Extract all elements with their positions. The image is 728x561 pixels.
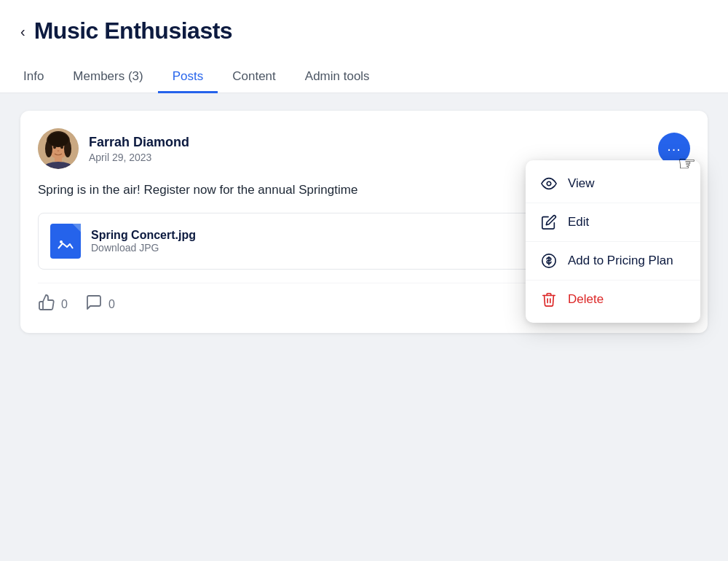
svg-point-9 bbox=[60, 146, 63, 149]
dropdown-item-delete[interactable]: Delete bbox=[526, 280, 700, 318]
main-content: Farrah Diamond April 29, 2023 ··· Spring… bbox=[0, 93, 728, 350]
tab-members[interactable]: Members (3) bbox=[58, 62, 157, 93]
avatar bbox=[38, 128, 79, 169]
svg-point-5 bbox=[48, 133, 68, 147]
comments-count: 0 bbox=[108, 298, 115, 311]
file-name: Spring Concert.jpg bbox=[91, 229, 196, 242]
file-action: Download JPG bbox=[91, 242, 196, 254]
dropdown-item-edit[interactable]: Edit bbox=[526, 203, 700, 242]
tab-content[interactable]: Content bbox=[218, 62, 290, 93]
tab-admin-tools[interactable]: Admin tools bbox=[290, 62, 384, 93]
svg-point-13 bbox=[547, 181, 551, 186]
svg-point-12 bbox=[60, 240, 63, 243]
dropdown-menu: View Edit Add to Prici bbox=[526, 160, 700, 323]
post-author: Farrah Diamond April 29, 2023 bbox=[38, 128, 189, 169]
post-date: April 29, 2023 bbox=[89, 152, 189, 163]
more-options-icon: ··· bbox=[667, 141, 681, 156]
author-name: Farrah Diamond bbox=[89, 135, 189, 150]
trash-icon bbox=[540, 291, 558, 308]
thumbs-up-icon bbox=[38, 294, 55, 315]
header: ‹ Music Enthusiasts Info Members (3) Pos… bbox=[0, 0, 728, 93]
tabs-nav: Info Members (3) Posts Content Admin too… bbox=[20, 62, 708, 93]
file-info: Spring Concert.jpg Download JPG bbox=[91, 229, 196, 254]
back-button[interactable]: ‹ bbox=[20, 24, 25, 39]
pencil-icon bbox=[540, 213, 558, 231]
dropdown-edit-label: Edit bbox=[568, 215, 589, 230]
dropdown-item-pricing[interactable]: Add to Pricing Plan bbox=[526, 242, 700, 280]
dropdown-delete-label: Delete bbox=[568, 292, 604, 307]
svg-rect-11 bbox=[57, 238, 74, 251]
likes-reaction[interactable]: 0 bbox=[38, 294, 68, 315]
file-icon bbox=[50, 224, 81, 259]
comment-icon bbox=[85, 294, 103, 315]
svg-point-8 bbox=[53, 146, 56, 149]
post-card: Farrah Diamond April 29, 2023 ··· Spring… bbox=[20, 111, 708, 333]
likes-count: 0 bbox=[61, 298, 68, 311]
tab-posts[interactable]: Posts bbox=[158, 62, 218, 93]
svg-point-10 bbox=[58, 150, 60, 152]
dropdown-view-label: View bbox=[568, 176, 595, 191]
comments-reaction[interactable]: 0 bbox=[85, 294, 115, 315]
dollar-icon bbox=[540, 252, 558, 270]
tab-info[interactable]: Info bbox=[20, 62, 58, 93]
eye-icon bbox=[540, 175, 558, 192]
svg-rect-6 bbox=[55, 156, 62, 162]
dropdown-pricing-label: Add to Pricing Plan bbox=[568, 254, 673, 268]
header-top: ‹ Music Enthusiasts bbox=[20, 17, 708, 44]
author-info: Farrah Diamond April 29, 2023 bbox=[89, 135, 189, 163]
page-title: Music Enthusiasts bbox=[34, 17, 232, 44]
dropdown-item-view[interactable]: View bbox=[526, 165, 700, 203]
